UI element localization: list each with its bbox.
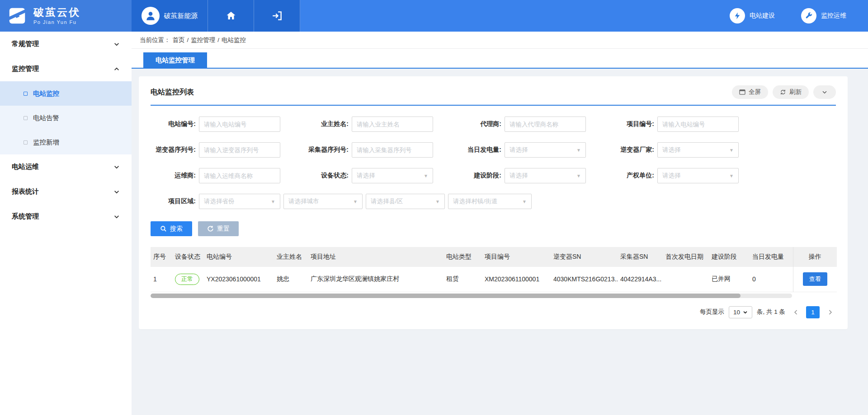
select-placeholder: 请选择 — [662, 172, 681, 180]
page-1-button[interactable]: 1 — [806, 306, 820, 318]
breadcrumb-level1-link[interactable]: 监控管理 — [191, 36, 215, 44]
col-inverter-sn: 逆变器SN — [551, 247, 618, 267]
square-bullet-icon — [24, 92, 28, 96]
select-placeholder: 请选择省份 — [204, 197, 235, 205]
caret-down-icon: ▼ — [424, 173, 428, 178]
search-button[interactable]: 搜索 — [151, 221, 192, 236]
filter-label: 项目编号: — [609, 120, 654, 128]
filter-label: 业主姓名: — [303, 120, 349, 128]
collector-sn-input[interactable] — [352, 142, 433, 158]
owner-name-input[interactable] — [352, 117, 433, 132]
menu-label: 报表统计 — [12, 187, 39, 196]
cell-daily-generation: 0 — [750, 267, 793, 292]
daily-generation-select[interactable]: 请选择▼ — [505, 142, 586, 158]
sidebar-item-system-management[interactable]: 系统管理 — [0, 204, 132, 229]
cell-first-power-date — [663, 267, 709, 292]
col-actions: 操作 — [793, 247, 837, 267]
sidebar-item-station-monitor[interactable]: 电站监控 — [0, 81, 132, 106]
project-no-input[interactable] — [657, 117, 739, 132]
reset-icon — [207, 225, 214, 232]
nav-monitor-ops[interactable]: 监控运维 — [801, 8, 846, 23]
logout-button[interactable] — [254, 0, 300, 32]
content-area: 电站监控列表 全屏 — [132, 69, 868, 415]
reset-button[interactable]: 重置 — [198, 221, 239, 236]
title-divider — [151, 105, 836, 106]
prev-page-button[interactable] — [790, 306, 802, 318]
province-select[interactable]: 请选择省份▼ — [199, 194, 280, 209]
inverter-vendor-select[interactable]: 请选择▼ — [657, 142, 739, 158]
sidebar-item-monitor-add[interactable]: 监控新增 — [0, 130, 132, 154]
horizontal-scrollbar-thumb[interactable] — [151, 294, 741, 298]
cell-project-no: XM2023061100001 — [482, 267, 551, 292]
col-daily-generation: 当日发电量 — [750, 247, 793, 267]
cell-owner: 姚忠 — [274, 267, 308, 292]
refresh-button[interactable]: 刷新 — [773, 85, 809, 99]
caret-down-icon: ▼ — [522, 199, 527, 204]
horizontal-scrollbar-track[interactable] — [151, 294, 792, 298]
sidebar-item-station-alarm[interactable]: 电站告警 — [0, 106, 132, 130]
sidebar-item-report-statistics[interactable]: 报表统计 — [0, 179, 132, 204]
property-unit-select[interactable]: 请选择▼ — [657, 168, 739, 183]
caret-down-icon: ▼ — [435, 199, 440, 204]
submenu-monitor-management: 电站监控 电站告警 监控新增 — [0, 81, 132, 154]
lightning-icon — [730, 8, 745, 23]
sidebar-item-station-ops[interactable]: 电站运维 — [0, 154, 132, 179]
menu-label: 常规管理 — [12, 40, 39, 48]
user-icon — [145, 10, 156, 22]
station-monitor-card: 电站监控列表 全屏 — [139, 76, 848, 329]
nav-station-construction[interactable]: 电站建设 — [730, 8, 775, 23]
square-bullet-icon — [24, 140, 28, 145]
collapse-button[interactable] — [813, 85, 836, 99]
filter-label: 电站编号: — [151, 120, 196, 128]
per-page-label: 每页显示 — [700, 308, 724, 316]
town-select[interactable]: 请选择村镇/街道▼ — [448, 194, 532, 209]
logout-icon — [271, 10, 283, 22]
col-first-power-date: 首次发电日期 — [663, 247, 709, 267]
cell-station-no: YX2023061000001 — [204, 267, 274, 292]
caret-down-icon: ▼ — [271, 199, 275, 204]
filter-form: 电站编号: 业主姓名: 代理商: 项目编号: 逆变器序列号: 采集器序列号: 当… — [151, 117, 836, 209]
pagination: 每页显示 10 条, 共 1 条 1 — [151, 306, 836, 318]
table-row: 1 正常 YX2023061000001 姚忠 广东深圳龙华区观澜镇姚家庄村 租… — [151, 267, 837, 292]
inverter-sn-input[interactable] — [199, 142, 280, 158]
card-toolbar: 全屏 刷新 — [732, 85, 836, 99]
col-device-status: 设备状态 — [172, 247, 204, 267]
construction-stage-select[interactable]: 请选择▼ — [505, 168, 586, 183]
col-collector-sn: 采集器SN — [618, 247, 663, 267]
chevron-down-icon — [113, 41, 120, 47]
user-menu[interactable]: 破茧新能源 — [132, 0, 208, 32]
col-project-no: 项目编号 — [482, 247, 551, 267]
chevron-down-icon — [113, 214, 120, 220]
county-select[interactable]: 请选择县/区▼ — [366, 194, 445, 209]
filter-label: 当日发电量: — [456, 146, 501, 154]
agent-input[interactable] — [505, 117, 586, 132]
chevron-left-icon — [793, 309, 799, 315]
view-button[interactable]: 查看 — [803, 272, 827, 286]
breadcrumb-current: 电站监控 — [222, 36, 246, 44]
sidebar-item-monitor-management[interactable]: 监控管理 — [0, 56, 132, 81]
select-placeholder: 请选择 — [509, 172, 528, 180]
cell-inverter-sn: 4030KMTS216G0213... — [551, 267, 618, 292]
city-select[interactable]: 请选择城市▼ — [283, 194, 363, 209]
chevron-up-icon — [113, 66, 120, 72]
filter-label: 设备状态: — [303, 172, 349, 180]
filter-label: 逆变器厂家: — [609, 146, 654, 154]
home-button[interactable] — [208, 0, 254, 32]
filter-label: 产权单位: — [609, 172, 654, 180]
select-placeholder: 请选择 — [662, 146, 681, 154]
breadcrumb: 当前位置： 首页 / 监控管理 / 电站监控 — [132, 32, 868, 49]
fullscreen-button[interactable]: 全屏 — [732, 85, 768, 99]
device-status-select[interactable]: 请选择▼ — [352, 168, 433, 183]
sidebar-item-general-management[interactable]: 常规管理 — [0, 32, 132, 56]
next-page-button[interactable] — [824, 306, 836, 318]
station-no-input[interactable] — [199, 117, 280, 132]
per-page-select[interactable]: 10 — [729, 306, 752, 318]
breadcrumb-home-link[interactable]: 首页 — [173, 36, 185, 44]
tab-station-monitor-management[interactable]: 电站监控管理 — [143, 52, 207, 68]
col-index: 序号 — [151, 247, 172, 267]
ops-provider-input[interactable] — [199, 168, 280, 183]
header-bar: 破茧新能源 电站建设 — [132, 0, 868, 32]
cell-stage: 已并网 — [709, 267, 750, 292]
logo-title: 破茧云伏 — [33, 7, 80, 18]
user-name: 破茧新能源 — [164, 12, 198, 20]
